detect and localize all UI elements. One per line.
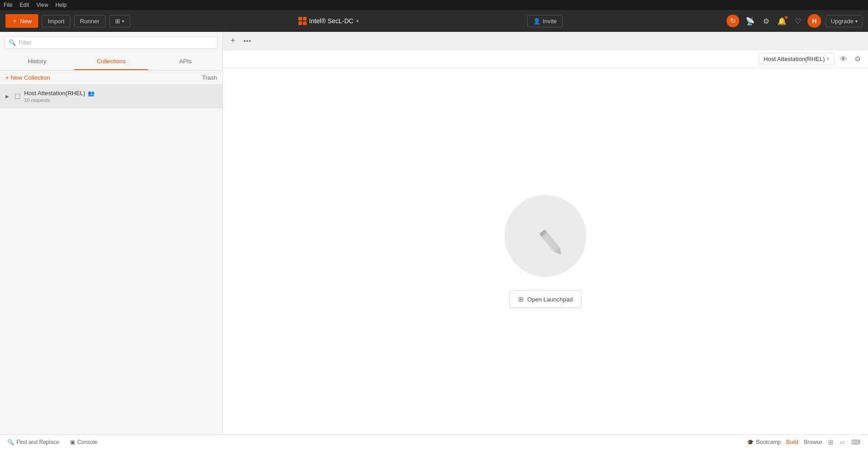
- import-button[interactable]: Import: [42, 15, 71, 27]
- menu-help[interactable]: Help: [56, 2, 67, 8]
- upgrade-button[interactable]: Upgrade ▾: [826, 15, 863, 27]
- runner-button[interactable]: Runner: [74, 15, 106, 27]
- user-icon: 👤: [533, 18, 540, 25]
- tab-add-button[interactable]: +: [227, 35, 239, 47]
- center-content: ⊞ Open Launchpad: [223, 68, 868, 434]
- avatar[interactable]: H: [807, 14, 821, 28]
- collection-meta: 10 requests: [24, 97, 217, 103]
- chevron-down-icon: ▾: [122, 19, 124, 24]
- layout-icon: ⊞: [115, 18, 120, 25]
- build-button[interactable]: Build: [784, 438, 800, 446]
- search-bar: 🔍: [0, 32, 222, 53]
- settings-icon[interactable]: ⚙: [761, 15, 771, 27]
- workspace-selector[interactable]: Intel® SecL-DC ▾: [294, 15, 363, 27]
- launchpad-icon-circle: [505, 195, 586, 277]
- sidebar-tabs: History Collections APIs: [0, 53, 222, 71]
- chevron-down-icon: ▾: [855, 19, 858, 24]
- status-left: 🔍 Find and Replace ▣ Console: [5, 438, 738, 446]
- bootcamp-icon: 🎓: [747, 439, 754, 445]
- new-button[interactable]: ＋ New: [5, 14, 38, 28]
- console-item[interactable]: ▣ Console: [68, 438, 99, 446]
- find-replace-item[interactable]: 🔍 Find and Replace: [5, 438, 61, 446]
- browse-button[interactable]: Browse: [802, 438, 824, 446]
- toolbar-right: ↻ 📡 ⚙ 🔔 ♡ H Upgrade ▾: [727, 14, 863, 28]
- bell-icon[interactable]: 🔔: [776, 15, 788, 27]
- launchpad-btn-icon: ⊞: [518, 296, 524, 303]
- team-icon: 👥: [88, 90, 95, 97]
- plus-icon: ＋: [12, 17, 18, 25]
- menu-view[interactable]: View: [36, 2, 48, 8]
- layout-toggle-icon[interactable]: ⊞: [826, 438, 836, 447]
- tab-bar: + •••: [223, 32, 868, 50]
- collection-name: Host Attestation(RHEL) 👥: [24, 90, 217, 97]
- main: 🔍 History Collections APIs + New Collect…: [0, 32, 868, 434]
- new-collection-row: + New Collection Trash: [0, 71, 222, 85]
- chevron-down-icon: ▾: [356, 18, 359, 24]
- keyboard-icon[interactable]: ⌨: [849, 438, 863, 447]
- collections-list: ▶ ☐ Host Attestation(RHEL) 👥 10 requests: [0, 85, 222, 434]
- toolbar: ＋ New Import Runner ⊞ ▾ Intel® SecL-DC ▾…: [0, 10, 868, 32]
- menu-edit[interactable]: Edit: [20, 2, 29, 8]
- sync-icon[interactable]: ↻: [727, 15, 739, 27]
- open-launchpad-button[interactable]: ⊞ Open Launchpad: [510, 291, 581, 308]
- tab-collections[interactable]: Collections: [74, 53, 148, 70]
- console-icon: ▣: [70, 439, 75, 445]
- trash-button[interactable]: Trash: [202, 74, 217, 81]
- tab-history[interactable]: History: [0, 53, 74, 70]
- tab-more-button[interactable]: •••: [241, 35, 254, 47]
- folder-icon: ☐: [15, 92, 20, 101]
- settings-icon[interactable]: ⚙: [853, 53, 863, 65]
- chevron-down-icon: ▾: [827, 56, 829, 62]
- address-bar: Host Attestation(RHEL) ▾ 👁 ⚙: [223, 50, 868, 68]
- status-right: 🎓 Bootcamp Build Browse ⊞ ▱ ⌨: [745, 438, 863, 447]
- invite-button[interactable]: 👤 Invite: [527, 15, 563, 27]
- layout-button[interactable]: ⊞ ▾: [109, 15, 130, 27]
- heart-icon[interactable]: ♡: [793, 15, 803, 27]
- notification-dot: [785, 16, 787, 19]
- env-selector[interactable]: Host Attestation(RHEL) ▾: [759, 53, 834, 65]
- status-bar: 🔍 Find and Replace ▣ Console 🎓 Bootcamp …: [0, 434, 868, 449]
- sidebar: 🔍 History Collections APIs + New Collect…: [0, 32, 223, 434]
- search-input-wrap: 🔍: [5, 36, 218, 49]
- expand-icon[interactable]: ▶: [5, 94, 11, 99]
- menu-file[interactable]: File: [4, 2, 12, 8]
- right-panel: + ••• Host Attestation(RHEL) ▾ 👁 ⚙: [223, 32, 868, 434]
- collection-info: Host Attestation(RHEL) 👥 10 requests: [24, 90, 217, 103]
- panel-icon[interactable]: ▱: [838, 438, 847, 447]
- workspace-icon: [298, 17, 307, 25]
- tab-apis[interactable]: APIs: [148, 53, 222, 70]
- eye-icon[interactable]: 👁: [838, 53, 849, 65]
- bootcamp-item[interactable]: 🎓 Bootcamp: [745, 438, 782, 446]
- search-icon: 🔍: [9, 39, 16, 46]
- search-icon: 🔍: [7, 439, 14, 445]
- search-input[interactable]: [19, 39, 214, 46]
- satellite-icon[interactable]: 📡: [744, 15, 757, 27]
- collection-item[interactable]: ▶ ☐ Host Attestation(RHEL) 👥 10 requests: [0, 85, 222, 108]
- new-collection-button[interactable]: + New Collection: [5, 74, 50, 81]
- menu-bar: File Edit View Help: [0, 0, 868, 10]
- launchpad-pencil-icon: [525, 215, 566, 256]
